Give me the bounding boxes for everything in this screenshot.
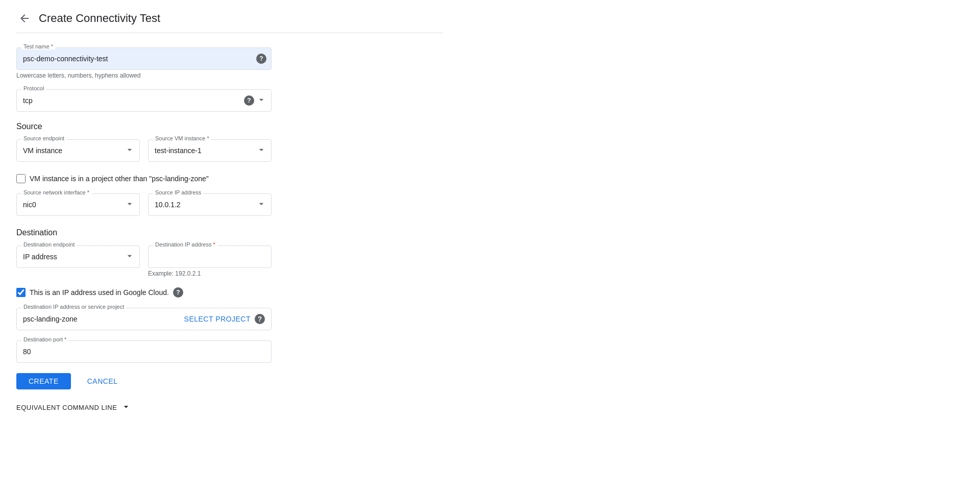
cancel-button[interactable]: CANCEL [75,373,130,389]
destination-project-input-box: psc-landing-zone SELECT PROJECT ? [16,308,272,330]
destination-project-field: Destination IP address or service projec… [16,308,272,330]
destination-endpoint-field: Destination endpoint IP address [16,245,140,268]
destination-endpoint-col: Destination endpoint IP address [16,245,140,277]
equivalent-cmd-chevron-icon [121,402,131,413]
protocol-help-icon[interactable]: ? [244,95,254,106]
source-network-interface-label: Source network interface * [21,189,91,195]
select-project-link[interactable]: SELECT PROJECT [184,315,251,323]
equivalent-command-line[interactable]: EQUIVALENT COMMAND LINE [16,402,443,413]
google-cloud-checkbox[interactable] [16,288,26,297]
destination-port-input[interactable]: 80 [16,340,272,363]
source-ip-address-col: Source IP address 10.0.1.2 [148,193,272,218]
page-title: Create Connectivity Test [39,12,160,25]
destination-endpoint-select[interactable]: IP address [16,245,140,268]
test-name-hint: Lowercase letters, numbers, hyphens allo… [16,72,272,79]
google-cloud-checkbox-label[interactable]: This is an IP address used in Google Clo… [30,288,169,297]
destination-ip-input[interactable] [148,245,272,268]
test-name-input[interactable]: psc-demo-connectivity-test [16,47,272,70]
vm-project-checkbox-label[interactable]: VM instance is in a project other than "… [30,175,209,183]
source-ip-address-label: Source IP address [153,189,203,195]
destination-project-help-icon[interactable]: ? [255,314,265,324]
source-vm-instance-label: Source VM instance * [153,135,211,141]
destination-section-title: Destination [16,228,443,237]
destination-port-label: Destination port * [21,336,68,342]
vm-project-checkbox[interactable] [16,174,26,183]
test-name-label: Test name * [21,43,55,50]
source-ip-address-field: Source IP address 10.0.1.2 [148,193,272,216]
destination-ip-example: Example: 192.0.2.1 [148,270,272,277]
protocol-label: Protocol [21,85,46,91]
destination-endpoint-label: Destination endpoint [21,241,77,248]
source-endpoint-field: Source endpoint VM instance [16,139,140,162]
destination-ip-label: Destination IP address * [153,241,217,248]
google-cloud-help-icon[interactable]: ? [173,287,183,298]
create-button[interactable]: CREATE [16,373,71,389]
source-endpoint-col: Source endpoint VM instance [16,139,140,164]
source-vm-instance-col: Source VM instance * test-instance-1 [148,139,272,164]
destination-section: Destination Destination endpoint IP addr… [16,228,443,363]
source-endpoint-label: Source endpoint [21,135,66,141]
source-vm-instance-select[interactable]: test-instance-1 [148,139,272,162]
destination-project-label: Destination IP address or service projec… [21,304,126,310]
protocol-section: Protocol tcp udp icmp ? [16,89,443,112]
destination-ip-address-col: Destination IP address * Example: 192.0.… [148,245,272,277]
source-network-interface-col: Source network interface * nic0 [16,193,140,218]
source-vm-instance-field: Source VM instance * test-instance-1 [148,139,272,162]
action-buttons: CREATE CANCEL [16,373,443,389]
back-button[interactable] [16,10,33,27]
protocol-select[interactable]: tcp udp icmp [16,89,272,112]
protocol-field: Protocol tcp udp icmp ? [16,89,272,112]
equivalent-cmd-label: EQUIVALENT COMMAND LINE [16,404,117,411]
destination-port-field: Destination port * 80 [16,340,272,363]
destination-ip-field: Destination IP address * [148,245,272,268]
source-ip-address-select[interactable]: 10.0.1.2 [148,193,272,216]
google-cloud-checkbox-row: This is an IP address used in Google Clo… [16,287,272,298]
source-section: Source Source endpoint VM instance [16,122,443,218]
destination-project-value: psc-landing-zone [23,315,78,323]
test-name-help-icon[interactable]: ? [256,54,266,64]
test-name-field: Test name * psc-demo-connectivity-test ? [16,47,272,70]
test-name-section: Test name * psc-demo-connectivity-test ?… [16,47,443,79]
source-section-title: Source [16,122,443,131]
source-network-interface-select[interactable]: nic0 [16,193,140,216]
source-endpoint-select[interactable]: VM instance [16,139,140,162]
page-header: Create Connectivity Test [16,10,443,33]
vm-project-checkbox-row: VM instance is in a project other than "… [16,174,272,183]
source-network-interface-field: Source network interface * nic0 [16,193,140,216]
